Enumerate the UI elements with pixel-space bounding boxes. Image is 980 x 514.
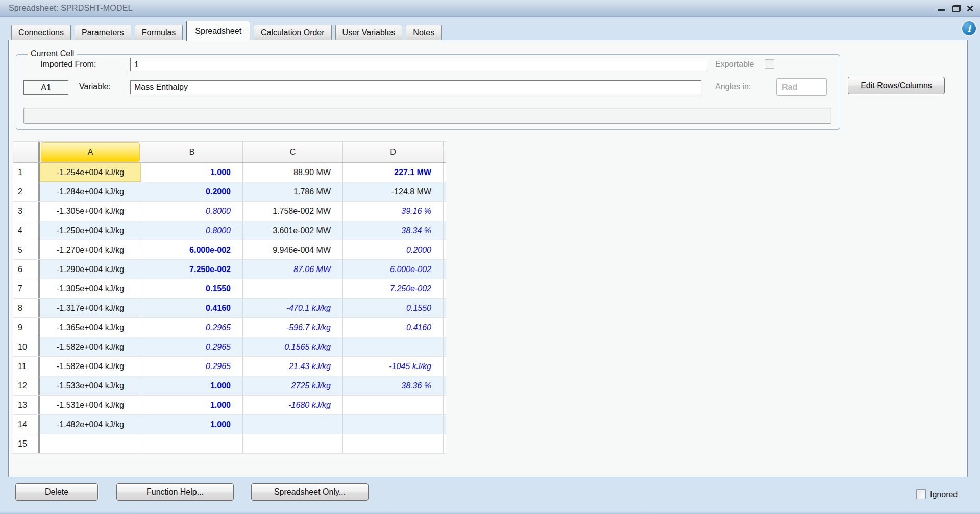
- delete-button[interactable]: Delete: [15, 483, 98, 501]
- cell-A8[interactable]: -1.317e+004 kJ/kg: [40, 299, 141, 317]
- exportable-checkbox[interactable]: [765, 59, 774, 69]
- cell-B3[interactable]: 0.8000: [141, 202, 243, 221]
- close-button[interactable]: [963, 0, 977, 17]
- cell-A12[interactable]: -1.533e+004 kJ/kg: [40, 376, 141, 395]
- cell-B12[interactable]: 1.000: [141, 376, 243, 395]
- ignored-checkbox[interactable]: [916, 489, 926, 499]
- cell-B8[interactable]: 0.4160: [141, 299, 243, 317]
- cell-B11[interactable]: 0.2965: [141, 357, 243, 376]
- cell-C14[interactable]: [243, 415, 343, 434]
- row-header-1[interactable]: 1: [13, 163, 40, 182]
- cell-B9[interactable]: 0.2965: [141, 318, 243, 337]
- cell-A9[interactable]: -1.365e+004 kJ/kg: [40, 318, 141, 337]
- cell-B7[interactable]: 0.1550: [141, 279, 243, 298]
- row-header-2[interactable]: 2: [13, 182, 40, 201]
- cell-D13[interactable]: [343, 396, 444, 414]
- cell-C2[interactable]: 1.786 MW: [243, 182, 343, 201]
- cell-D14[interactable]: [343, 415, 444, 434]
- angles-unit-dropdown[interactable]: Rad: [776, 78, 827, 96]
- cell-A6[interactable]: -1.290e+004 kJ/kg: [40, 260, 141, 279]
- row-header-6[interactable]: 6: [13, 260, 40, 279]
- cell-C13[interactable]: -1680 kJ/kg: [243, 396, 343, 414]
- row-header-9[interactable]: 9: [13, 318, 40, 337]
- cell-D4[interactable]: 38.34 %: [343, 221, 444, 240]
- cell-C6[interactable]: 87.06 MW: [243, 260, 343, 279]
- cell-B15[interactable]: [141, 434, 243, 453]
- cell-D12[interactable]: 38.36 %: [343, 376, 444, 395]
- tab-user-variables[interactable]: User Variables: [335, 25, 403, 40]
- cell-C4[interactable]: 3.601e-002 MW: [243, 221, 343, 240]
- imported-from-input[interactable]: [130, 58, 707, 71]
- restore-button[interactable]: [949, 0, 964, 17]
- cell-B1[interactable]: 1.000: [141, 163, 243, 182]
- minimize-button[interactable]: [934, 0, 948, 17]
- cell-A13[interactable]: -1.531e+004 kJ/kg: [40, 396, 141, 414]
- variable-input[interactable]: [130, 80, 701, 94]
- cell-C1[interactable]: 88.90 MW: [243, 163, 343, 182]
- cell-D11[interactable]: -1045 kJ/kg: [343, 357, 444, 376]
- row-header-4[interactable]: 4: [13, 221, 40, 240]
- column-header-D[interactable]: D: [343, 142, 444, 162]
- cell-D7[interactable]: 7.250e-002: [343, 279, 444, 298]
- row-header-8[interactable]: 8: [13, 299, 40, 317]
- cell-D9[interactable]: 0.4160: [343, 318, 444, 337]
- tab-parameters[interactable]: Parameters: [75, 25, 131, 40]
- cell-A1[interactable]: -1.254e+004 kJ/kg: [40, 163, 141, 182]
- cell-expression-field[interactable]: [23, 108, 831, 124]
- column-header-B[interactable]: B: [141, 142, 243, 162]
- cell-D2[interactable]: -124.8 MW: [343, 182, 444, 201]
- cell-A4[interactable]: -1.250e+004 kJ/kg: [40, 221, 141, 240]
- row-header-10[interactable]: 10: [13, 337, 40, 356]
- tab-notes[interactable]: Notes: [406, 25, 442, 40]
- info-icon[interactable]: i: [962, 21, 976, 35]
- cell-D8[interactable]: 0.1550: [343, 299, 444, 317]
- row-header-13[interactable]: 13: [13, 396, 40, 414]
- cell-C3[interactable]: 1.758e-002 MW: [243, 202, 343, 221]
- cell-A5[interactable]: -1.270e+004 kJ/kg: [40, 240, 141, 259]
- cell-A11[interactable]: -1.582e+004 kJ/kg: [40, 357, 141, 376]
- cell-D1[interactable]: 227.1 MW: [343, 163, 444, 182]
- cell-B10[interactable]: 0.2965: [141, 337, 243, 356]
- cell-D3[interactable]: 39.16 %: [343, 202, 444, 221]
- cell-A10[interactable]: -1.582e+004 kJ/kg: [40, 337, 141, 356]
- cell-B6[interactable]: 7.250e-002: [141, 260, 243, 279]
- cell-A7[interactable]: -1.305e+004 kJ/kg: [40, 279, 141, 298]
- tab-spreadsheet[interactable]: Spreadsheet: [186, 21, 250, 41]
- cell-C10[interactable]: 0.1565 kJ/kg: [243, 337, 343, 356]
- cell-A15[interactable]: [40, 434, 141, 453]
- cell-C12[interactable]: 2725 kJ/kg: [243, 376, 343, 395]
- row-header-14[interactable]: 14: [13, 415, 40, 434]
- cell-D10[interactable]: [343, 337, 444, 356]
- cell-C15[interactable]: [243, 434, 343, 453]
- row-header-3[interactable]: 3: [13, 202, 40, 221]
- cell-D15[interactable]: [343, 434, 444, 453]
- cell-D5[interactable]: 0.2000: [343, 240, 444, 259]
- cell-A2[interactable]: -1.284e+004 kJ/kg: [40, 182, 141, 201]
- column-header-C[interactable]: C: [243, 142, 343, 162]
- cell-A3[interactable]: -1.305e+004 kJ/kg: [40, 202, 141, 221]
- cell-C9[interactable]: -596.7 kJ/kg: [243, 318, 343, 337]
- cell-B14[interactable]: 1.000: [141, 415, 243, 434]
- cell-B5[interactable]: 6.000e-002: [141, 240, 243, 259]
- cell-C11[interactable]: 21.43 kJ/kg: [243, 357, 343, 376]
- cell-B2[interactable]: 0.2000: [141, 182, 243, 201]
- row-header-15[interactable]: 15: [13, 434, 40, 453]
- cell-C8[interactable]: -470.1 kJ/kg: [243, 299, 343, 317]
- title-bar[interactable]: Spreadsheet: SPRDSHT-MODEL: [0, 0, 980, 17]
- cell-D6[interactable]: 6.000e-002: [343, 260, 444, 279]
- row-header-7[interactable]: 7: [13, 279, 40, 298]
- edit-rows-columns-button[interactable]: Edit Rows/Columns: [848, 77, 945, 94]
- cell-C5[interactable]: 9.946e-004 MW: [243, 240, 343, 259]
- cell-A14[interactable]: -1.482e+004 kJ/kg: [40, 415, 141, 434]
- cell-B4[interactable]: 0.8000: [141, 221, 243, 240]
- tab-calculation-order[interactable]: Calculation Order: [254, 25, 332, 40]
- spreadsheet-only-button[interactable]: Spreadsheet Only...: [251, 483, 369, 501]
- cell-C7[interactable]: [243, 279, 343, 298]
- function-help-button[interactable]: Function Help...: [116, 483, 234, 501]
- tab-connections[interactable]: Connections: [11, 25, 71, 40]
- cell-B13[interactable]: 1.000: [141, 396, 243, 414]
- column-header-A[interactable]: A: [40, 142, 141, 162]
- row-header-5[interactable]: 5: [13, 240, 40, 259]
- tab-formulas[interactable]: Formulas: [135, 25, 183, 40]
- row-header-11[interactable]: 11: [13, 357, 40, 376]
